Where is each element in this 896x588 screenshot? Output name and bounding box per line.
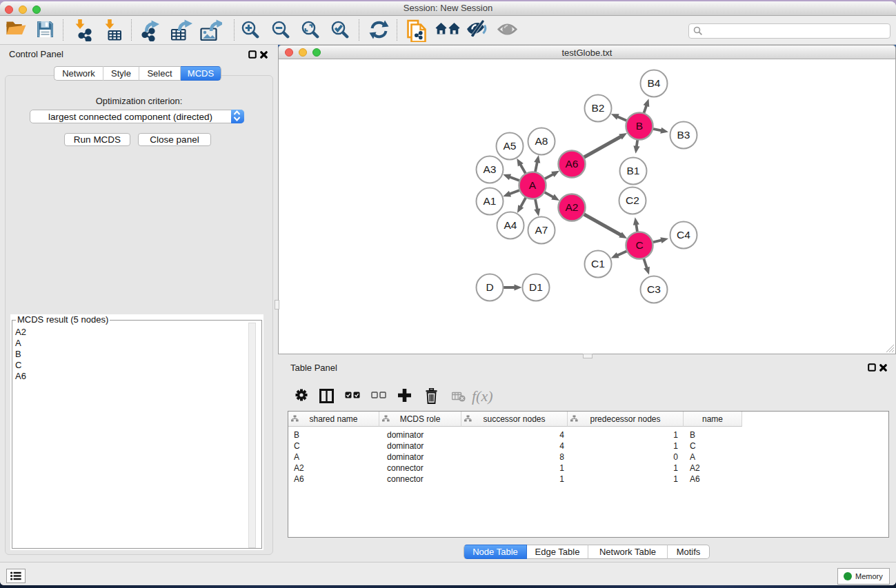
svg-text:A8: A8 (535, 135, 548, 147)
svg-text:C4: C4 (677, 229, 690, 241)
svg-text:A1: A1 (484, 195, 497, 207)
svg-text:C2: C2 (626, 194, 639, 206)
svg-text:A2: A2 (566, 201, 579, 213)
svg-text:D: D (486, 281, 493, 293)
svg-text:A3: A3 (484, 163, 497, 175)
svg-text:B2: B2 (592, 102, 605, 114)
svg-text:B3: B3 (677, 129, 690, 141)
svg-text:B: B (636, 120, 643, 132)
svg-text:D1: D1 (529, 281, 543, 293)
svg-text:A4: A4 (504, 219, 517, 231)
svg-text:C1: C1 (591, 258, 605, 270)
svg-text:C: C (635, 239, 643, 251)
svg-text:A7: A7 (535, 224, 548, 236)
svg-text:A5: A5 (504, 140, 517, 152)
svg-text:A6: A6 (566, 158, 579, 170)
svg-text:B4: B4 (648, 77, 661, 89)
svg-text:C3: C3 (647, 283, 661, 295)
svg-text:B1: B1 (627, 165, 640, 176)
svg-text:A: A (529, 179, 537, 191)
